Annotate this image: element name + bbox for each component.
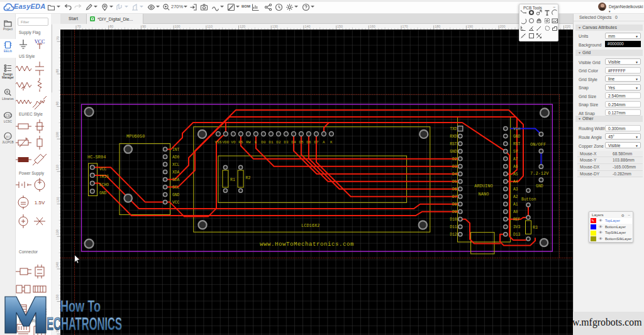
svg-text:A2: A2 — [513, 195, 518, 199]
svg-text:80: 80 — [55, 69, 59, 73]
svg-text:INT: INT — [172, 148, 180, 152]
svg-text:SDA: SDA — [172, 178, 180, 182]
svg-text:150: 150 — [337, 25, 343, 28]
svg-text:A3: A3 — [513, 187, 518, 192]
svg-text:Button: Button — [521, 197, 536, 202]
svg-text:80: 80 — [109, 25, 113, 28]
svg-text:K: K — [330, 140, 333, 145]
svg-text:100: 100 — [175, 25, 180, 28]
svg-text:GND: GND — [172, 193, 180, 197]
svg-text:160: 160 — [370, 25, 375, 28]
svg-text:140: 140 — [304, 25, 310, 28]
svg-text:70: 70 — [77, 25, 81, 28]
svg-text:VDD: VDD — [222, 140, 229, 145]
svg-text:5V: 5V — [513, 150, 518, 154]
svg-text:E: E — [255, 140, 257, 145]
svg-text:RS: RS — [238, 140, 243, 145]
svg-text:VCC: VCC — [99, 167, 107, 172]
svg-text:190: 190 — [467, 25, 473, 28]
svg-text:D8: D8 — [452, 202, 457, 207]
svg-text:Vin: Vin — [513, 127, 521, 131]
svg-text:70: 70 — [55, 36, 59, 40]
svg-text:JLC: JLC — [5, 135, 10, 138]
svg-text:RW: RW — [246, 140, 251, 145]
svg-text:130: 130 — [272, 25, 278, 28]
svg-text:100: 100 — [55, 132, 59, 138]
svg-text:ARDUINO: ARDUINO — [474, 184, 492, 189]
svg-text:NANO: NANO — [479, 192, 489, 197]
svg-text:D5: D5 — [299, 140, 304, 145]
svg-text:A5: A5 — [513, 172, 518, 177]
svg-text:R3: R3 — [533, 226, 538, 230]
svg-text:D11: D11 — [450, 225, 457, 229]
svg-text:120: 120 — [55, 197, 59, 203]
svg-text:110: 110 — [55, 165, 59, 170]
svg-text:3V3: 3V3 — [513, 225, 521, 229]
svg-text:REF: REF — [513, 217, 521, 222]
svg-text:200: 200 — [500, 25, 506, 28]
svg-text:D4: D4 — [452, 172, 457, 177]
svg-text:A4: A4 — [513, 180, 518, 184]
svg-text:ECHATRONICS: ECHATRONICS — [47, 314, 122, 334]
svg-text:A7: A7 — [513, 157, 518, 162]
svg-text:D1: D1 — [269, 140, 274, 145]
svg-text:www.HowToMechatronics.com: www.HowToMechatronics.com — [260, 241, 354, 248]
svg-text:LCSC: LCSC — [4, 114, 12, 118]
svg-text:ON/OFF: ON/OFF — [530, 142, 546, 147]
svg-text:D2: D2 — [452, 157, 457, 162]
svg-text:90: 90 — [55, 101, 59, 105]
svg-text:D3: D3 — [452, 165, 457, 169]
svg-text:D6: D6 — [452, 187, 457, 192]
svg-text:130: 130 — [55, 229, 59, 235]
svg-text:RST: RST — [513, 142, 521, 146]
svg-text:D3: D3 — [284, 140, 289, 145]
svg-text:1.5V: 1.5V — [35, 200, 45, 206]
svg-text:RST: RST — [450, 142, 457, 146]
svg-text:How To: How To — [60, 297, 101, 316]
svg-text:GND: GND — [513, 135, 521, 139]
svg-text:D5: D5 — [452, 180, 457, 184]
svg-text:GND: GND — [536, 184, 543, 189]
svg-text:170: 170 — [402, 25, 408, 28]
svg-text:A6: A6 — [513, 165, 518, 169]
svg-text:D7: D7 — [314, 140, 319, 145]
svg-text:D6: D6 — [306, 140, 311, 145]
svg-text:ECHO: ECHO — [99, 183, 109, 187]
svg-text:GND: GND — [99, 191, 107, 195]
svg-text:TRIG: TRIG — [99, 175, 109, 179]
svg-text:90: 90 — [142, 25, 146, 28]
svg-text:D0: D0 — [261, 140, 266, 145]
svg-text:VCC: VCC — [172, 200, 180, 205]
svg-text:GND: GND — [450, 150, 457, 154]
svg-text:SCL: SCL — [172, 185, 180, 190]
svg-text:D9: D9 — [452, 210, 457, 214]
svg-text:AD0: AD0 — [172, 155, 180, 160]
svg-text:LCD16X2: LCD16X2 — [301, 223, 319, 228]
svg-text:A: A — [323, 140, 325, 145]
svg-text:D12: D12 — [450, 233, 457, 237]
svg-text:140: 140 — [55, 262, 59, 268]
svg-text:R2: R2 — [246, 176, 251, 180]
svg-text:RXD: RXD — [450, 135, 457, 139]
svg-text:D4: D4 — [291, 140, 296, 145]
svg-text:XCL: XCL — [172, 163, 180, 167]
svg-text:180: 180 — [435, 25, 440, 28]
svg-text:7.2-12V: 7.2-12V — [530, 171, 549, 176]
svg-text:220: 220 — [565, 25, 570, 28]
svg-text:D13: D13 — [513, 233, 521, 237]
svg-text:A1: A1 — [513, 202, 518, 207]
svg-text:D7: D7 — [452, 195, 457, 199]
svg-text:VSS: VSS — [214, 140, 221, 145]
svg-text:D2: D2 — [276, 140, 281, 145]
svg-text:HC-SR04: HC-SR04 — [87, 155, 106, 160]
svg-text:TXD: TXD — [450, 127, 457, 131]
svg-text:VO: VO — [231, 140, 236, 145]
svg-text:D10: D10 — [450, 217, 457, 222]
svg-text:MPU6050: MPU6050 — [126, 134, 145, 139]
svg-text:R1: R1 — [230, 178, 235, 182]
svg-text:A0: A0 — [513, 210, 518, 214]
svg-text:110: 110 — [207, 25, 213, 28]
svg-text:120: 120 — [240, 25, 245, 28]
svg-text:XDA: XDA — [172, 170, 180, 175]
